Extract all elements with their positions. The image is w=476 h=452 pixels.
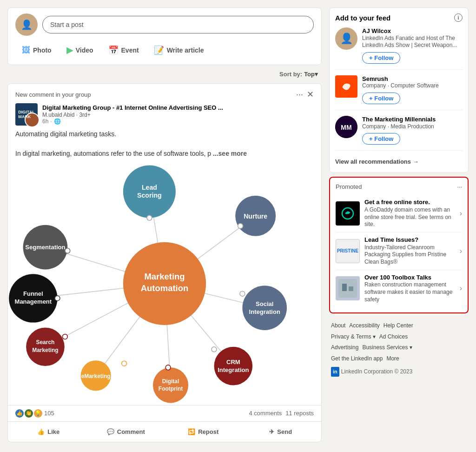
svg-point-38 bbox=[238, 224, 243, 229]
footer-advertising-link[interactable]: Advertising bbox=[331, 343, 358, 353]
send-icon: ✈ bbox=[269, 428, 274, 435]
svg-text:Nurture: Nurture bbox=[244, 213, 267, 220]
footer-get-app-link[interactable]: Get the LinkedIn app bbox=[331, 354, 383, 364]
globe-icon: 🌐 bbox=[54, 118, 61, 125]
svg-point-18 bbox=[242, 286, 287, 330]
marketing-millennials-name[interactable]: The Marketing Millennials bbox=[362, 116, 463, 123]
post-author: M.ubaid Abid · 3rd+ bbox=[42, 112, 314, 118]
promoted-pristine[interactable]: PRISTINE Lead Time Issues? Industry-Tail… bbox=[336, 233, 462, 270]
footer-privacy-link[interactable]: Privacy & Terms ▾ bbox=[331, 332, 376, 342]
footer-more-link[interactable]: More bbox=[386, 354, 399, 364]
see-more-link[interactable]: ...see more bbox=[213, 150, 247, 157]
view-all-recommendations-link[interactable]: View all recommendations → bbox=[335, 156, 463, 167]
comment-icon: 💬 bbox=[107, 428, 114, 435]
feed-recommendations-title: Add to your feed bbox=[335, 14, 390, 22]
like-reaction-icon: 👍 bbox=[15, 409, 24, 418]
svg-text:Footprint: Footprint bbox=[159, 386, 183, 392]
send-button[interactable]: ✈ Send bbox=[242, 424, 320, 440]
semrush-avatar bbox=[335, 75, 357, 98]
svg-text:Management: Management bbox=[15, 298, 52, 305]
info-icon[interactable]: i bbox=[454, 13, 463, 22]
footer-help-link[interactable]: Help Center bbox=[383, 321, 413, 331]
svg-point-45 bbox=[65, 248, 70, 253]
start-post-button[interactable]: Start a post bbox=[42, 16, 314, 33]
sort-value[interactable]: Top bbox=[304, 71, 315, 78]
post-stats: 👍 👏 💡 105 4 comments 11 reposts bbox=[8, 405, 321, 421]
repost-button[interactable]: 🔁 Repost bbox=[165, 424, 242, 440]
write-article-button[interactable]: 📝 Write article bbox=[147, 41, 211, 59]
pristine-logo: PRISTINE bbox=[336, 239, 360, 263]
group-name[interactable]: Digital Marketing Group - #1 Internet On… bbox=[42, 104, 314, 112]
svg-point-21 bbox=[214, 347, 253, 386]
svg-point-43 bbox=[62, 334, 67, 339]
follow-marketing-millennials-button[interactable]: + Follow bbox=[362, 133, 400, 145]
promoted-label: Promoted bbox=[336, 183, 362, 190]
marketing-millennials-type: Company · Media Production bbox=[362, 123, 463, 131]
footer: About Accessibility Help Center Privacy … bbox=[329, 317, 469, 380]
footer-about-link[interactable]: About bbox=[331, 321, 345, 331]
promoted-godaddy[interactable]: Get a free online store. A GoDaddy domai… bbox=[336, 195, 462, 233]
insightful-reaction-icon: 💡 bbox=[34, 409, 42, 418]
event-icon: 📅 bbox=[108, 45, 119, 55]
user-avatar: 👤 bbox=[15, 13, 38, 36]
svg-rect-52 bbox=[349, 286, 353, 291]
svg-text:Social: Social bbox=[256, 300, 273, 307]
godaddy-logo bbox=[336, 201, 360, 226]
svg-text:Automation: Automation bbox=[141, 283, 189, 293]
linkedin-brand: in LinkedIn Corporation © 2023 bbox=[331, 367, 467, 377]
svg-text:Integration: Integration bbox=[249, 308, 280, 315]
linkedin-copyright: LinkedIn Corporation © 2023 bbox=[341, 367, 413, 377]
semrush-type: Company · Computer Software bbox=[362, 82, 463, 90]
post-options-button[interactable]: ··· bbox=[296, 90, 303, 100]
promoted-raken[interactable]: Over 100 Toolbox Talks Raken constructio… bbox=[336, 270, 462, 307]
footer-business-services-link[interactable]: Business Services ▾ bbox=[362, 343, 412, 353]
follow-semrush-button[interactable]: + Follow bbox=[362, 93, 400, 104]
svg-text:eMarketing: eMarketing bbox=[81, 373, 111, 379]
recommendation-marketing-millennials: MM The Marketing Millennials Company · M… bbox=[335, 116, 463, 151]
feed-card: New comment in your group ··· ✕ DIGITALM… bbox=[7, 83, 322, 442]
post-body-line2: In digital marketing, automations refer … bbox=[15, 149, 314, 159]
svg-text:Search: Search bbox=[36, 339, 55, 346]
video-button[interactable]: ▶ Video bbox=[60, 41, 100, 59]
svg-text:Scoring: Scoring bbox=[137, 192, 162, 199]
footer-accessibility-link[interactable]: Accessibility bbox=[349, 321, 379, 331]
pristine-title: Lead Time Issues? bbox=[364, 236, 455, 244]
photo-icon: 🖼 bbox=[22, 46, 30, 55]
svg-text:Funnel: Funnel bbox=[23, 290, 43, 297]
post-body-line1: Automating digital marketing tasks. bbox=[15, 129, 314, 139]
follow-aj-wilcox-button[interactable]: + Follow bbox=[362, 52, 400, 64]
repost-icon: 🔁 bbox=[188, 428, 195, 435]
video-label: Video bbox=[76, 47, 93, 54]
reposts-count[interactable]: 11 reposts bbox=[285, 410, 314, 417]
godaddy-title: Get a free online store. bbox=[364, 199, 455, 206]
diagram-svg: Marketing Automation Lead Scoring Nurtur… bbox=[8, 162, 321, 405]
aj-wilcox-name[interactable]: AJ Wilcox bbox=[362, 27, 463, 35]
promoted-card: Promoted ··· Get a free online store. A … bbox=[329, 177, 469, 313]
aj-wilcox-avatar: 👤 bbox=[335, 27, 357, 50]
photo-button[interactable]: 🖼 Photo bbox=[15, 41, 58, 59]
event-label: Event bbox=[121, 47, 139, 54]
svg-text:Segmentation: Segmentation bbox=[25, 244, 65, 251]
semrush-name[interactable]: Semrush bbox=[362, 75, 463, 83]
page-container: 👤 Start a post 🖼 Photo ▶ Video 📅 Event 📝 bbox=[7, 7, 469, 445]
add-to-feed-card: Add to your feed i 👤 AJ Wilcox LinkedIn … bbox=[329, 7, 469, 173]
svg-point-37 bbox=[147, 215, 152, 220]
like-button[interactable]: 👍 Like bbox=[10, 424, 87, 440]
close-post-button[interactable]: ✕ bbox=[307, 89, 314, 100]
event-button[interactable]: 📅 Event bbox=[102, 41, 145, 59]
footer-ad-choices-link[interactable]: Ad Choices bbox=[379, 332, 408, 342]
marketing-millennials-avatar: MM bbox=[335, 116, 357, 138]
comment-button[interactable]: 💬 Comment bbox=[87, 424, 165, 440]
promoted-more-icon[interactable]: ··· bbox=[457, 183, 462, 190]
left-column: 👤 Start a post 🖼 Photo ▶ Video 📅 Event 📝 bbox=[7, 7, 322, 445]
recommendation-aj-wilcox: 👤 AJ Wilcox LinkedIn Ads Fanatic and Hos… bbox=[335, 27, 463, 70]
comments-count[interactable]: 4 comments bbox=[249, 410, 282, 417]
svg-text:MM: MM bbox=[341, 124, 351, 131]
svg-text:Marketing: Marketing bbox=[32, 347, 58, 353]
article-icon: 📝 bbox=[154, 45, 164, 55]
recommendation-semrush: Semrush Company · Computer Software + Fo… bbox=[335, 75, 463, 110]
reactions-count: 105 bbox=[44, 410, 54, 417]
svg-text:Lead: Lead bbox=[142, 184, 157, 191]
aj-wilcox-desc: LinkedIn Ads Fanatic and Host of The Lin… bbox=[362, 35, 463, 49]
svg-rect-50 bbox=[338, 279, 357, 298]
